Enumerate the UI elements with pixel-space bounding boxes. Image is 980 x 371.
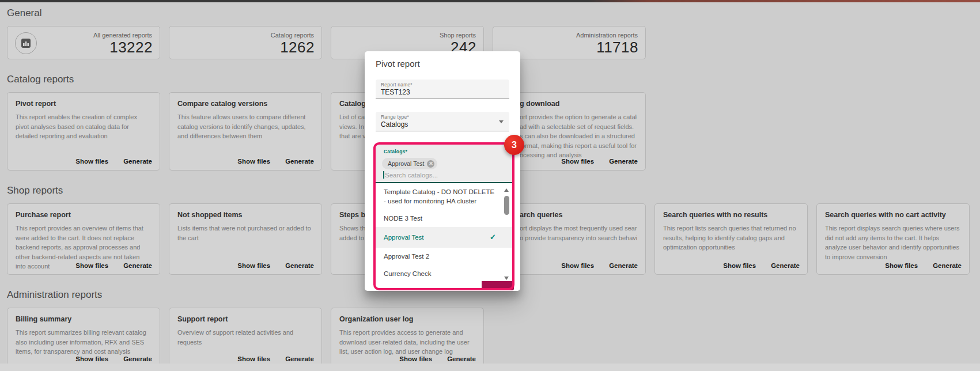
- scrollbar-thumb[interactable]: [504, 196, 509, 215]
- report-name-value: TEST123: [381, 88, 410, 96]
- tutorial-step-badge: 3: [504, 135, 524, 155]
- catalogs-field[interactable]: Catalogs* Approval Test ✕: [376, 145, 512, 183]
- report-name-field[interactable]: Report name* TEST123: [376, 80, 509, 99]
- catalog-search-row: [383, 171, 489, 179]
- range-type-select[interactable]: Range type* Catalogs: [376, 112, 509, 131]
- chip-remove-icon[interactable]: ✕: [427, 160, 434, 168]
- dialog-title: Pivot report: [376, 59, 420, 69]
- report-name-label: Report name*: [381, 82, 413, 88]
- catalog-option[interactable]: NODE 3 Test: [376, 210, 512, 227]
- catalog-option[interactable]: Currency Check: [376, 265, 512, 281]
- range-type-value: Catalogs: [381, 120, 408, 128]
- catalog-option[interactable]: Template Catalog - DO NOT DELETE - used …: [376, 183, 512, 210]
- catalog-options-list: Template Catalog - DO NOT DELETE - used …: [376, 183, 512, 281]
- reports-page: GeneralAll generated reports13222Catalog…: [0, 0, 980, 371]
- scrollbar[interactable]: [504, 183, 510, 281]
- pivot-report-dialog: Pivot report Report name* TEST123 Range …: [365, 51, 520, 291]
- scroll-up-icon[interactable]: [504, 188, 509, 192]
- catalog-search-input[interactable]: [385, 172, 489, 179]
- catalogs-label: Catalogs*: [384, 149, 407, 154]
- selected-catalog-chip[interactable]: Approval Test ✕: [382, 158, 437, 169]
- check-icon: ✓: [490, 233, 496, 242]
- chip-label: Approval Test: [388, 160, 424, 167]
- range-type-label: Range type*: [381, 114, 409, 120]
- chevron-down-icon: [499, 120, 504, 123]
- catalog-option[interactable]: Approval Test✓: [376, 227, 512, 248]
- text-cursor: [383, 171, 384, 179]
- catalog-option[interactable]: Approval Test 2: [376, 248, 512, 265]
- scroll-down-icon[interactable]: [504, 277, 509, 280]
